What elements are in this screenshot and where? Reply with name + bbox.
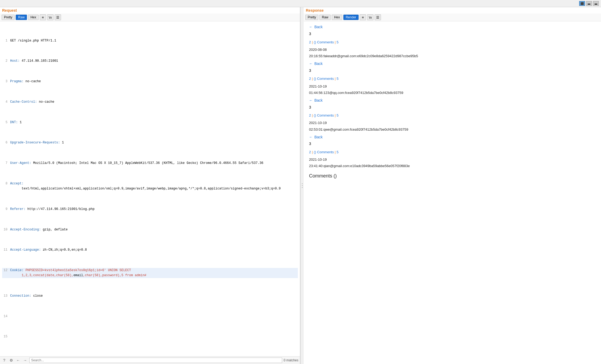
response-entry-4: ← Back 3 2 | () Comments | 5 2021-10-19 … xyxy=(309,134,596,169)
code-line-5: 5 DNT: 1 xyxy=(2,120,298,125)
response-entry-3: ← Back 3 2 | () Comments | 5 2021-10-19 … xyxy=(309,97,596,133)
code-line-4: 4 Cache-Control: no-cache xyxy=(2,100,298,105)
entry-number-4: 3 xyxy=(309,141,596,147)
entry-data-2: 01:44:56:123@qq.com:fcea920f7412b5da7be0… xyxy=(309,90,596,96)
back-link-4[interactable]: ← Back xyxy=(309,134,596,140)
response-content-area: ← Back 3 2 | () Comments | 5 2020-08-08 … xyxy=(304,21,601,364)
match-count: 0 matches xyxy=(284,358,298,362)
menu-icon[interactable]: ☰ xyxy=(55,14,61,20)
panel-divider[interactable] xyxy=(300,7,304,364)
hex-btn[interactable]: Hex xyxy=(28,15,38,20)
request-toolbar: Pretty Raw Hex ≡ \n ☰ xyxy=(0,14,300,21)
resp-render-btn[interactable]: Render xyxy=(343,15,359,20)
back-link-1[interactable]: ← Back xyxy=(309,24,596,30)
code-line-1: 1 GET /single.php HTTP/1.1 xyxy=(2,38,298,43)
resp-hex-btn[interactable]: Hex xyxy=(332,15,342,20)
entry-number-1: 3 xyxy=(309,31,596,37)
code-line-10: 10 Accept-Encoding: gzip, deflate xyxy=(2,227,298,232)
help-icon[interactable]: ? xyxy=(2,358,7,363)
request-code-area: 1 GET /single.php HTTP/1.1 2 Host: 47.11… xyxy=(0,21,300,356)
request-title: Request xyxy=(0,7,300,14)
newline-icon[interactable]: \n xyxy=(47,14,54,20)
entry-date-4: 2021-10-19 xyxy=(309,157,596,163)
response-title: Response xyxy=(304,7,601,14)
forward-nav-icon[interactable]: → xyxy=(22,358,28,363)
pretty-btn[interactable]: Pretty xyxy=(2,15,15,20)
comment-line-2: 2 | () Comments | 5 xyxy=(309,76,596,82)
entry-date-2: 2021-10-19 xyxy=(309,84,596,89)
code-line-7: 7 User-Agent: Mozilla/5.0 (Macintosh; In… xyxy=(2,161,298,166)
search-input[interactable] xyxy=(29,358,282,363)
resp-icon3[interactable]: ☰ xyxy=(375,14,381,20)
code-line-13: 13 Connection: close xyxy=(2,293,298,299)
comment-line-1: 2 | () Comments | 5 xyxy=(309,39,596,45)
layout-btn-3[interactable]: ▬ xyxy=(593,1,599,6)
resp-pretty-btn[interactable]: Pretty xyxy=(305,15,318,20)
code-line-12: 12 Cookie: PHPSESSID=kvst4lpheo11a5esk7o… xyxy=(2,268,298,278)
code-line-14: 14 xyxy=(2,314,298,319)
entry-date-3: 2021-10-19 xyxy=(309,120,596,126)
back-link-3[interactable]: ← Back xyxy=(309,97,596,104)
response-entry-2: ← Back 3 2 | () Comments | 5 2021-10-19 … xyxy=(309,61,596,96)
response-entry-1: ← Back 3 2 | () Comments | 5 2020-08-08 … xyxy=(309,24,596,59)
entry-date-1: 2020-08-08 xyxy=(309,47,596,53)
comment-line-4: 2 | () Comments | 5 xyxy=(309,149,596,155)
code-line-8: 8 Accept: text/html,application/xhtml+xm… xyxy=(2,181,298,191)
entry-number-3: 3 xyxy=(309,104,596,111)
request-panel: Request Pretty Raw Hex ≡ \n ☰ 1 GET /sin… xyxy=(0,7,300,364)
entry-data-1: 20:16:55:fakeaddr@gmail.com:e69dc2c09e8d… xyxy=(309,53,596,59)
format-icon[interactable]: ≡ xyxy=(40,14,46,20)
response-toolbar: Pretty Raw Hex Render ≡ \n ☰ xyxy=(304,14,601,21)
main-layout: Request Pretty Raw Hex ≡ \n ☰ 1 GET /sin… xyxy=(0,7,601,364)
code-line-15: 15 xyxy=(2,334,298,339)
resp-icon2[interactable]: \n xyxy=(367,14,373,20)
top-toolbar: ⬛ ▬ ▬ xyxy=(0,0,601,7)
resp-icon1[interactable]: ≡ xyxy=(360,14,366,20)
entry-data-3: 02:53:01:qwe@gmail.com:fcea920f7412b5da7… xyxy=(309,127,596,133)
code-line-11: 11 Accept-Language: zh-CN,zh;q=0.9,en;q=… xyxy=(2,247,298,253)
code-line-2: 2 Host: 47.114.90.165:21001 xyxy=(2,59,298,64)
entry-number-2: 3 xyxy=(309,68,596,74)
code-line-3: 3 Pragma: no-cache xyxy=(2,79,298,84)
resp-raw-btn[interactable]: Raw xyxy=(319,15,331,20)
response-panel: Response Pretty Raw Hex Render ≡ \n ☰ ← … xyxy=(304,7,601,364)
entry-data-4: 23:41:40:qian@gmail.com:e10adc3949ba59ab… xyxy=(309,163,596,169)
raw-btn[interactable]: Raw xyxy=(16,15,27,20)
layout-btn-1[interactable]: ⬛ xyxy=(579,1,585,6)
request-bottom-bar: ? ⚙ ← → 0 matches xyxy=(0,356,300,364)
layout-btn-2[interactable]: ▬ xyxy=(586,1,592,6)
settings-icon[interactable]: ⚙ xyxy=(9,358,14,363)
code-line-9: 9 Referer: http://47.114.90.165:21001/bl… xyxy=(2,207,298,212)
back-nav-icon[interactable]: ← xyxy=(15,358,21,363)
code-line-6: 6 Upgrade-Insecure-Requests: 1 xyxy=(2,140,298,145)
comments-heading: Comments () xyxy=(309,172,596,180)
comment-line-3: 2 | () Comments | 5 xyxy=(309,113,596,118)
back-link-2[interactable]: ← Back xyxy=(309,61,596,67)
